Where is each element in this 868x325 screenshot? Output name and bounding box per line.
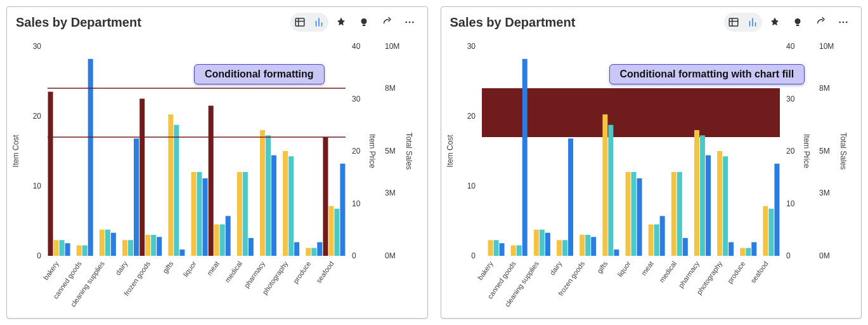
bar-series-a <box>580 235 585 256</box>
bar-total-sales <box>134 138 139 256</box>
chart-view-icon[interactable] <box>743 13 762 32</box>
annotation-callout: Conditional formatting <box>194 64 325 84</box>
panel-toolbar <box>290 12 420 32</box>
left-axis-title: Item Cost <box>11 135 20 168</box>
right1-axis-tick: 40 <box>352 42 361 51</box>
bar-series-a <box>214 225 219 256</box>
bar-series-b <box>516 246 521 256</box>
bar-total-sales <box>340 164 345 256</box>
right2-axis-tick: 8M <box>819 84 830 93</box>
left-axis-tick: 30 <box>33 42 42 51</box>
bar-total-sales <box>522 59 527 256</box>
right2-axis-title: Total Sales <box>405 133 413 170</box>
bar-total-sales <box>226 216 231 256</box>
bar-series-b <box>266 135 271 256</box>
bar-series-b <box>243 172 248 256</box>
right1-axis-tick: 0 <box>786 251 791 260</box>
pin-icon[interactable] <box>765 12 785 32</box>
bar-series-a <box>625 172 630 256</box>
bar-series-a <box>602 114 607 256</box>
left-axis-tick: 0 <box>37 251 41 260</box>
more-icon[interactable] <box>833 12 853 32</box>
table-view-icon[interactable] <box>290 13 309 32</box>
bar-item-cost <box>209 106 214 256</box>
bar-total-sales <box>249 238 254 256</box>
svg-point-9 <box>408 22 410 23</box>
idea-icon[interactable] <box>787 12 808 32</box>
right2-axis-tick: 10M <box>385 42 399 51</box>
category-label: bakery <box>42 260 60 281</box>
bar-series-b <box>220 225 225 256</box>
right1-axis-tick: 30 <box>352 95 361 103</box>
pin-icon[interactable] <box>331 12 351 32</box>
svg-point-8 <box>405 22 407 23</box>
svg-point-10 <box>411 22 413 23</box>
right2-axis-tick: 8M <box>385 84 396 93</box>
bar-series-a <box>671 172 676 256</box>
share-icon[interactable] <box>377 12 397 32</box>
view-mode-toggle[interactable] <box>724 13 762 32</box>
bar-series-b <box>677 172 682 256</box>
svg-rect-18 <box>796 25 800 26</box>
right2-axis-tick: 0M <box>819 251 830 260</box>
more-icon[interactable] <box>399 12 420 32</box>
right1-axis-tick: 0 <box>352 251 356 260</box>
category-label: bakery <box>476 260 494 281</box>
category-label: produce <box>292 260 313 284</box>
bar-total-sales <box>157 237 162 256</box>
bar-series-b <box>288 156 294 256</box>
bar-series-a <box>54 240 59 256</box>
bar-series-b <box>631 172 636 256</box>
bar-series-a <box>488 240 493 256</box>
bar-total-sales <box>317 242 322 256</box>
bar-series-b <box>311 248 316 256</box>
table-view-icon[interactable] <box>724 13 743 32</box>
bar-series-a <box>168 114 173 256</box>
category-label: seafood <box>749 260 769 284</box>
right1-axis-title: Item Price <box>802 134 811 168</box>
idea-icon[interactable] <box>354 12 374 32</box>
bar-series-b <box>493 240 498 256</box>
bar-series-a <box>648 225 653 256</box>
bar-total-sales <box>271 156 276 256</box>
category-label: dairy <box>548 260 563 277</box>
bar-series-a <box>328 206 334 256</box>
category-label: gifts <box>161 260 175 275</box>
category-label: liquor <box>181 260 197 278</box>
share-icon[interactable] <box>810 12 831 32</box>
category-label: dairy <box>114 260 129 277</box>
bar-series-b <box>723 156 728 256</box>
svg-point-6 <box>361 18 366 24</box>
svg-point-20 <box>843 22 845 23</box>
bar-series-b <box>334 209 339 256</box>
bar-series-a <box>100 230 105 256</box>
left-axis-tick: 20 <box>33 112 42 121</box>
bar-total-sales <box>751 242 756 256</box>
bar-series-a <box>740 248 745 256</box>
chart-view-icon[interactable] <box>309 13 328 32</box>
svg-rect-11 <box>729 18 738 26</box>
bar-total-sales <box>545 233 550 256</box>
bar-series-b <box>151 235 156 256</box>
bar-total-sales <box>774 164 779 256</box>
bar-series-a <box>510 246 515 256</box>
right2-axis-tick: 0M <box>385 251 396 260</box>
left-axis-title: Item Cost <box>446 135 455 168</box>
svg-point-19 <box>839 22 841 23</box>
bar-total-sales <box>294 242 299 256</box>
right1-axis-title: Item Price <box>368 134 377 168</box>
panel-title: Sales by Department <box>16 15 141 30</box>
annotation-callout: Conditional formatting with chart fill <box>609 64 805 84</box>
category-label: liquor <box>616 260 632 278</box>
bar-total-sales <box>499 243 504 256</box>
panel-header: Sales by Department <box>7 7 427 32</box>
svg-rect-0 <box>295 18 304 26</box>
bar-series-b <box>585 235 590 256</box>
bar-series-a <box>145 235 150 256</box>
category-label: medical <box>223 260 243 284</box>
bar-series-a <box>306 248 311 256</box>
right2-axis-tick: 3M <box>385 189 396 197</box>
right1-axis-tick: 10 <box>786 199 795 208</box>
bar-series-b <box>174 125 179 256</box>
view-mode-toggle[interactable] <box>290 13 328 32</box>
